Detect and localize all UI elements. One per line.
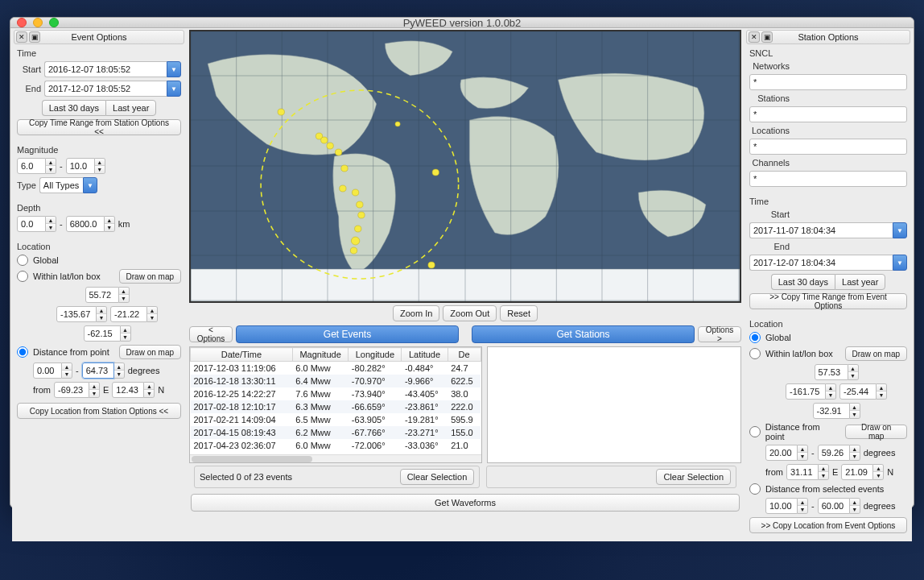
close-window-icon[interactable] xyxy=(17,18,27,27)
station-dsel-radio[interactable]: Distance from selected events xyxy=(749,483,907,495)
station-copy-time-button[interactable]: >> Copy Time Range from Event Options xyxy=(749,293,907,309)
from-label: from xyxy=(33,385,51,395)
event-panel-undock-icon[interactable]: ▣ xyxy=(29,31,40,43)
zoom-window-icon[interactable] xyxy=(49,18,59,27)
sncl-heading: SNCL xyxy=(749,48,907,58)
table-header[interactable]: Longitude xyxy=(349,348,402,362)
networks-input[interactable] xyxy=(749,74,907,90)
station-panel-close-icon[interactable]: ✕ xyxy=(749,31,760,43)
table-header[interactable]: Date/Time xyxy=(191,348,293,362)
table-row[interactable]: 2017-02-18 12:10:176.3 Mww-66.659°-23.86… xyxy=(191,400,481,413)
table-row[interactable]: 2017-04-15 08:19:436.2 Mww-67.766°-23.27… xyxy=(191,426,481,439)
stations-table[interactable] xyxy=(487,346,741,463)
station-dsel-min[interactable]: ▲▼ xyxy=(765,498,808,514)
titlebar[interactable]: PyWEED version 1.0.0b2 xyxy=(10,18,914,28)
stations-clear-button[interactable]: Clear Selection xyxy=(656,469,731,485)
options-left-button[interactable]: < Options xyxy=(189,326,233,342)
events-clear-button[interactable]: Clear Selection xyxy=(400,469,475,485)
get-waveforms-button[interactable]: Get Waveforms xyxy=(191,494,740,512)
chevron-down-icon[interactable]: ▼ xyxy=(893,222,907,238)
event-box-n[interactable]: ▲▼ xyxy=(85,287,130,303)
table-row[interactable]: 2017-12-03 11:19:066.0 Mww-80.282°-0.484… xyxy=(191,362,481,375)
event-box-radio[interactable]: Within lat/lon box Draw on map xyxy=(17,269,181,284)
event-mag-min[interactable]: ▲▼ xyxy=(17,158,56,174)
reset-button[interactable]: Reset xyxy=(500,305,538,321)
event-box-w[interactable]: ▲▼ xyxy=(56,306,107,322)
station-dist-radio[interactable]: Distance from pointDraw on map xyxy=(749,422,907,441)
event-box-e[interactable]: ▲▼ xyxy=(110,306,158,322)
station-dist-min[interactable]: ▲▼ xyxy=(765,445,808,461)
station-box-n[interactable]: ▲▼ xyxy=(815,364,859,380)
station-from-lon[interactable]: ▲▼ xyxy=(841,464,884,480)
event-last-year-button[interactable]: Last year xyxy=(105,100,156,116)
table-header[interactable]: Latitude xyxy=(402,348,448,362)
station-panel-undock-icon[interactable]: ▣ xyxy=(761,31,773,43)
event-copy-time-button[interactable]: Copy Time Range from Station Options << xyxy=(17,119,181,135)
event-time-heading: Time xyxy=(17,48,181,58)
event-box-draw-button[interactable]: Draw on map xyxy=(119,269,181,284)
stations-input[interactable] xyxy=(749,106,907,122)
event-from-lon[interactable]: ▲▼ xyxy=(112,382,155,398)
event-start-datetime[interactable]: ▼ xyxy=(44,61,181,77)
minimize-window-icon[interactable] xyxy=(33,18,43,27)
station-copy-location-button[interactable]: >> Copy Location from Event Options xyxy=(749,517,907,533)
event-dist-radio[interactable]: Distance from point Draw on map xyxy=(17,345,181,359)
station-box-w[interactable]: ▲▼ xyxy=(786,383,836,400)
channels-input[interactable] xyxy=(749,171,907,187)
event-depth-min[interactable]: ▲▼ xyxy=(17,216,56,232)
chevron-down-icon[interactable]: ▼ xyxy=(893,255,907,271)
table-header[interactable]: Magnitude xyxy=(292,348,349,362)
svg-point-35 xyxy=(432,169,439,176)
event-depth-max[interactable]: ▲▼ xyxy=(66,216,115,232)
get-stations-button[interactable]: Get Stations xyxy=(472,325,695,343)
e-label: E xyxy=(103,385,109,395)
event-last-30-button[interactable]: Last 30 days xyxy=(42,100,105,116)
table-row[interactable]: 2016-12-18 13:30:116.4 Mww-70.970°-9.966… xyxy=(191,375,481,387)
zoom-out-button[interactable]: Zoom Out xyxy=(443,305,497,321)
event-mag-max[interactable]: ▲▼ xyxy=(66,158,105,174)
event-dist-min[interactable]: ▲▼ xyxy=(33,362,72,379)
station-box-draw-button[interactable]: Draw on map xyxy=(845,346,907,361)
chevron-down-icon[interactable]: ▼ xyxy=(167,81,181,97)
svg-point-25 xyxy=(327,143,333,149)
event-dist-draw-button[interactable]: Draw on map xyxy=(119,345,181,359)
event-panel-close-icon[interactable]: ✕ xyxy=(16,31,27,43)
locations-input[interactable] xyxy=(749,139,907,155)
station-start-datetime[interactable]: ▼ xyxy=(749,222,907,238)
get-events-button[interactable]: Get Events xyxy=(236,325,459,343)
event-global-radio[interactable]: Global xyxy=(17,255,181,266)
station-end-datetime[interactable]: ▼ xyxy=(749,255,907,271)
event-options-panel: ✕ ▣ Event Options Time Start ▼ End ▼ Las… xyxy=(12,30,186,541)
event-end-datetime[interactable]: ▼ xyxy=(44,81,181,97)
chevron-down-icon[interactable]: ▼ xyxy=(167,61,181,77)
station-dist-draw-button[interactable]: Draw on map xyxy=(845,425,907,439)
chevron-down-icon[interactable]: ▼ xyxy=(83,177,97,193)
world-map[interactable] xyxy=(189,30,741,303)
event-dist-max[interactable]: ▲▼ xyxy=(82,362,125,379)
zoom-in-button[interactable]: Zoom In xyxy=(393,305,439,321)
event-panel-title: Event Options xyxy=(71,32,126,42)
station-box-e[interactable]: ▲▼ xyxy=(839,383,887,400)
event-from-lat[interactable]: ▲▼ xyxy=(54,382,100,398)
station-dist-max[interactable]: ▲▼ xyxy=(818,445,860,461)
station-from-lat[interactable]: ▲▼ xyxy=(786,464,829,480)
station-last-year-button[interactable]: Last year xyxy=(835,274,885,290)
station-dsel-max[interactable]: ▲▼ xyxy=(818,498,860,514)
app-window: PyWEED version 1.0.0b2 ✕ ▣ Event Options… xyxy=(10,17,914,508)
events-table[interactable]: Date/TimeMagnitudeLongitudeLatitudeDe 20… xyxy=(189,346,482,463)
svg-point-30 xyxy=(357,201,363,208)
table-row[interactable]: 2017-04-23 02:36:076.0 Mww-72.006°-33.03… xyxy=(191,439,481,452)
table-row[interactable]: 2016-12-25 14:22:277.6 Mww-73.940°-43.40… xyxy=(191,387,481,400)
table-row[interactable]: 2017-02-21 14:09:046.5 Mww-63.905°-19.28… xyxy=(191,413,481,426)
event-copy-location-button[interactable]: Copy Location from Station Options << xyxy=(17,403,181,419)
station-global-radio[interactable]: Global xyxy=(749,332,907,343)
events-selected-status: Selected 0 of 23 events xyxy=(200,472,292,482)
table-header[interactable]: De xyxy=(448,348,481,362)
event-type-select[interactable]: ▼ xyxy=(39,177,97,193)
options-right-button[interactable]: Options > xyxy=(698,326,741,342)
events-h-scrollbar[interactable] xyxy=(190,454,481,462)
station-last-30-button[interactable]: Last 30 days xyxy=(771,274,835,290)
event-box-s[interactable]: ▲▼ xyxy=(84,325,131,342)
station-box-s[interactable]: ▲▼ xyxy=(813,403,860,419)
station-box-radio[interactable]: Within lat/lon boxDraw on map xyxy=(749,346,907,361)
